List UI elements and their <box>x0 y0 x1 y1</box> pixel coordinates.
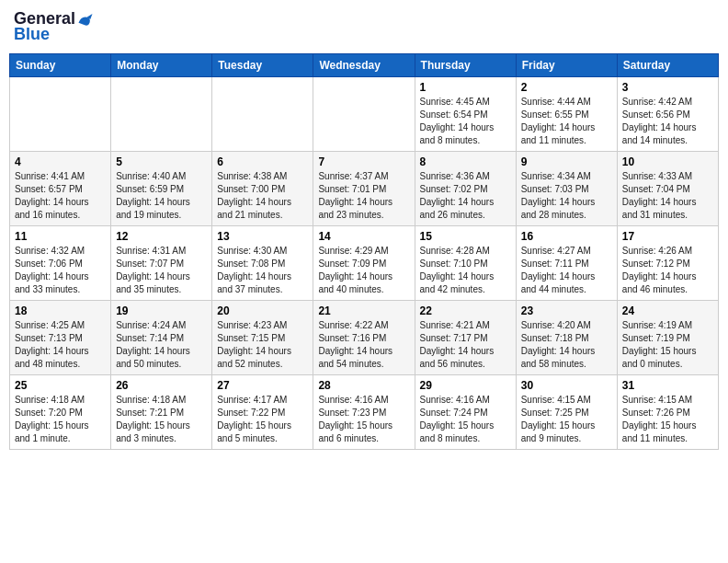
calendar-cell: 28Sunrise: 4:16 AM Sunset: 7:23 PM Dayli… <box>313 375 415 450</box>
weekday-header: Friday <box>516 54 617 77</box>
weekday-header: Sunday <box>10 54 111 77</box>
calendar-cell: 5Sunrise: 4:40 AM Sunset: 6:59 PM Daylig… <box>111 152 212 226</box>
calendar-cell: 27Sunrise: 4:17 AM Sunset: 7:22 PM Dayli… <box>212 375 313 450</box>
day-info: Sunrise: 4:33 AM Sunset: 7:04 PM Dayligh… <box>622 170 713 222</box>
calendar-week-row: 11Sunrise: 4:32 AM Sunset: 7:06 PM Dayli… <box>10 226 719 301</box>
day-number: 25 <box>15 379 106 392</box>
day-number: 16 <box>521 230 612 243</box>
calendar-cell: 12Sunrise: 4:31 AM Sunset: 7:07 PM Dayli… <box>111 226 212 301</box>
calendar-cell: 30Sunrise: 4:15 AM Sunset: 7:25 PM Dayli… <box>516 375 617 450</box>
day-info: Sunrise: 4:21 AM Sunset: 7:17 PM Dayligh… <box>420 319 511 371</box>
calendar-cell: 13Sunrise: 4:30 AM Sunset: 7:08 PM Dayli… <box>212 226 313 301</box>
day-info: Sunrise: 4:16 AM Sunset: 7:23 PM Dayligh… <box>318 394 409 445</box>
day-number: 30 <box>521 379 612 392</box>
day-info: Sunrise: 4:36 AM Sunset: 7:02 PM Dayligh… <box>420 170 511 222</box>
day-info: Sunrise: 4:30 AM Sunset: 7:08 PM Dayligh… <box>217 245 308 296</box>
calendar-cell: 14Sunrise: 4:29 AM Sunset: 7:09 PM Dayli… <box>313 226 415 301</box>
day-info: Sunrise: 4:17 AM Sunset: 7:22 PM Dayligh… <box>217 394 308 445</box>
day-number: 17 <box>622 230 713 243</box>
calendar-cell: 2Sunrise: 4:44 AM Sunset: 6:55 PM Daylig… <box>516 77 617 152</box>
day-info: Sunrise: 4:31 AM Sunset: 7:07 PM Dayligh… <box>116 245 207 296</box>
page-header: General Blue <box>9 9 719 44</box>
day-number: 7 <box>318 155 409 168</box>
day-number: 24 <box>622 304 713 317</box>
day-number: 19 <box>116 304 207 317</box>
day-info: Sunrise: 4:15 AM Sunset: 7:25 PM Dayligh… <box>521 394 612 445</box>
calendar-week-row: 1Sunrise: 4:45 AM Sunset: 6:54 PM Daylig… <box>10 77 719 152</box>
day-info: Sunrise: 4:16 AM Sunset: 7:24 PM Dayligh… <box>420 394 511 445</box>
calendar-table: SundayMondayTuesdayWednesdayThursdayFrid… <box>9 53 719 450</box>
day-info: Sunrise: 4:25 AM Sunset: 7:13 PM Dayligh… <box>15 319 106 371</box>
day-info: Sunrise: 4:28 AM Sunset: 7:10 PM Dayligh… <box>420 245 511 296</box>
calendar-week-row: 25Sunrise: 4:18 AM Sunset: 7:20 PM Dayli… <box>10 375 719 450</box>
day-number: 11 <box>15 230 106 243</box>
day-info: Sunrise: 4:45 AM Sunset: 6:54 PM Dayligh… <box>420 96 511 147</box>
day-info: Sunrise: 4:23 AM Sunset: 7:15 PM Dayligh… <box>217 319 308 371</box>
calendar-cell <box>212 77 313 152</box>
day-info: Sunrise: 4:15 AM Sunset: 7:26 PM Dayligh… <box>622 394 713 445</box>
day-number: 1 <box>420 81 511 94</box>
day-number: 14 <box>318 230 409 243</box>
day-number: 6 <box>217 155 308 168</box>
calendar-cell: 11Sunrise: 4:32 AM Sunset: 7:06 PM Dayli… <box>10 226 111 301</box>
calendar-cell <box>313 77 415 152</box>
day-number: 22 <box>420 304 511 317</box>
calendar-cell: 19Sunrise: 4:24 AM Sunset: 7:14 PM Dayli… <box>111 301 212 375</box>
day-number: 28 <box>318 379 409 392</box>
calendar-cell: 15Sunrise: 4:28 AM Sunset: 7:10 PM Dayli… <box>415 226 516 301</box>
calendar-cell: 8Sunrise: 4:36 AM Sunset: 7:02 PM Daylig… <box>415 152 516 226</box>
calendar-cell: 4Sunrise: 4:41 AM Sunset: 6:57 PM Daylig… <box>10 152 111 226</box>
weekday-header: Monday <box>111 54 212 77</box>
day-number: 10 <box>622 155 713 168</box>
day-info: Sunrise: 4:26 AM Sunset: 7:12 PM Dayligh… <box>622 245 713 296</box>
day-number: 26 <box>116 379 207 392</box>
calendar-cell: 20Sunrise: 4:23 AM Sunset: 7:15 PM Dayli… <box>212 301 313 375</box>
calendar-cell: 6Sunrise: 4:38 AM Sunset: 7:00 PM Daylig… <box>212 152 313 226</box>
calendar-cell <box>111 77 212 152</box>
day-number: 8 <box>420 155 511 168</box>
day-info: Sunrise: 4:32 AM Sunset: 7:06 PM Dayligh… <box>15 245 106 296</box>
day-number: 13 <box>217 230 308 243</box>
calendar-cell: 31Sunrise: 4:15 AM Sunset: 7:26 PM Dayli… <box>617 375 718 450</box>
calendar-cell: 23Sunrise: 4:20 AM Sunset: 7:18 PM Dayli… <box>516 301 617 375</box>
day-info: Sunrise: 4:18 AM Sunset: 7:20 PM Dayligh… <box>15 394 106 445</box>
day-number: 23 <box>521 304 612 317</box>
weekday-header: Saturday <box>617 54 718 77</box>
calendar-cell <box>10 77 111 152</box>
day-info: Sunrise: 4:34 AM Sunset: 7:03 PM Dayligh… <box>521 170 612 222</box>
day-info: Sunrise: 4:29 AM Sunset: 7:09 PM Dayligh… <box>318 245 409 296</box>
day-number: 9 <box>521 155 612 168</box>
day-info: Sunrise: 4:27 AM Sunset: 7:11 PM Dayligh… <box>521 245 612 296</box>
day-number: 3 <box>622 81 713 94</box>
day-number: 2 <box>521 81 612 94</box>
logo-image: General Blue <box>14 9 94 44</box>
calendar-cell: 26Sunrise: 4:18 AM Sunset: 7:21 PM Dayli… <box>111 375 212 450</box>
day-number: 31 <box>622 379 713 392</box>
calendar-cell: 3Sunrise: 4:42 AM Sunset: 6:56 PM Daylig… <box>617 77 718 152</box>
calendar-cell: 18Sunrise: 4:25 AM Sunset: 7:13 PM Dayli… <box>10 301 111 375</box>
calendar-cell: 22Sunrise: 4:21 AM Sunset: 7:17 PM Dayli… <box>415 301 516 375</box>
day-info: Sunrise: 4:22 AM Sunset: 7:16 PM Dayligh… <box>318 319 409 371</box>
calendar-cell: 9Sunrise: 4:34 AM Sunset: 7:03 PM Daylig… <box>516 152 617 226</box>
weekday-header: Wednesday <box>313 54 415 77</box>
day-number: 12 <box>116 230 207 243</box>
day-info: Sunrise: 4:24 AM Sunset: 7:14 PM Dayligh… <box>116 319 207 371</box>
day-number: 5 <box>116 155 207 168</box>
day-info: Sunrise: 4:37 AM Sunset: 7:01 PM Dayligh… <box>318 170 409 222</box>
calendar-week-row: 18Sunrise: 4:25 AM Sunset: 7:13 PM Dayli… <box>10 301 719 375</box>
day-info: Sunrise: 4:41 AM Sunset: 6:57 PM Dayligh… <box>15 170 106 222</box>
calendar-week-row: 4Sunrise: 4:41 AM Sunset: 6:57 PM Daylig… <box>10 152 719 226</box>
logo-bird-icon <box>77 11 94 28</box>
weekday-header: Tuesday <box>212 54 313 77</box>
day-info: Sunrise: 4:38 AM Sunset: 7:00 PM Dayligh… <box>217 170 308 222</box>
calendar-cell: 16Sunrise: 4:27 AM Sunset: 7:11 PM Dayli… <box>516 226 617 301</box>
day-number: 18 <box>15 304 106 317</box>
calendar-cell: 1Sunrise: 4:45 AM Sunset: 6:54 PM Daylig… <box>415 77 516 152</box>
logo-blue-text: Blue <box>14 25 50 44</box>
day-number: 29 <box>420 379 511 392</box>
day-info: Sunrise: 4:40 AM Sunset: 6:59 PM Dayligh… <box>116 170 207 222</box>
day-number: 27 <box>217 379 308 392</box>
logo: General Blue <box>14 9 94 44</box>
calendar-cell: 10Sunrise: 4:33 AM Sunset: 7:04 PM Dayli… <box>617 152 718 226</box>
day-info: Sunrise: 4:20 AM Sunset: 7:18 PM Dayligh… <box>521 319 612 371</box>
